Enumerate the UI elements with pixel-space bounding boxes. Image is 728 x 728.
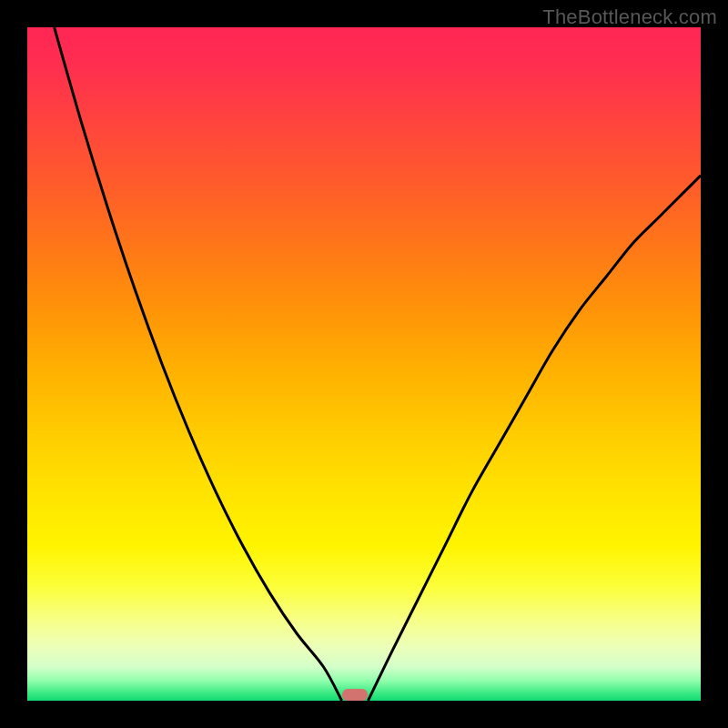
curve-layer bbox=[27, 27, 701, 701]
left-curve-path bbox=[55, 27, 342, 701]
chart-frame: TheBottleneck.com bbox=[0, 0, 728, 728]
bottleneck-marker bbox=[342, 689, 369, 701]
right-curve-path bbox=[368, 176, 701, 701]
plot-area bbox=[27, 27, 701, 701]
watermark-text: TheBottleneck.com bbox=[542, 5, 717, 29]
